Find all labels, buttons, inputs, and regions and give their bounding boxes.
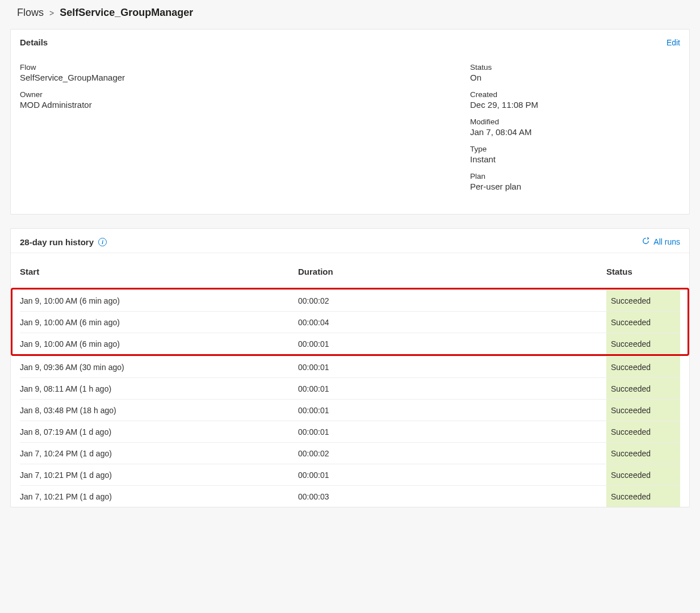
- cell-duration: 00:00:01: [298, 423, 606, 441]
- table-row[interactable]: Jan 9, 10:00 AM (6 min ago) 00:00:04 Suc…: [20, 311, 680, 333]
- run-history-title: 28-day run history: [20, 237, 94, 247]
- cell-start: Jan 8, 03:48 PM (18 h ago): [20, 401, 298, 419]
- cell-status: Succeeded: [606, 333, 680, 354]
- cell-status: Succeeded: [606, 400, 680, 421]
- all-runs-label: All runs: [653, 237, 680, 246]
- table-row[interactable]: Jan 9, 10:00 AM (6 min ago) 00:00:01 Suc…: [20, 333, 680, 354]
- breadcrumb: Flows > SelfService_GroupManager: [10, 7, 690, 19]
- cell-status: Succeeded: [606, 464, 680, 485]
- col-start[interactable]: Start: [20, 267, 298, 276]
- modified-label: Modified: [470, 117, 680, 126]
- created-label: Created: [470, 90, 680, 99]
- cell-start: Jan 7, 10:21 PM (1 d ago): [20, 488, 298, 506]
- table-row[interactable]: Jan 7, 10:21 PM (1 d ago) 00:00:03 Succe…: [20, 485, 680, 507]
- table-row[interactable]: Jan 8, 03:48 PM (18 h ago) 00:00:01 Succ…: [20, 399, 680, 421]
- type-value: Instant: [470, 154, 680, 164]
- info-icon[interactable]: i: [98, 238, 107, 246]
- cell-start: Jan 7, 10:24 PM (1 d ago): [20, 444, 298, 463]
- cell-duration: 00:00:04: [298, 313, 606, 331]
- details-title: Details: [20, 37, 48, 47]
- modified-value: Jan 7, 08:04 AM: [470, 127, 680, 137]
- run-history-header: 28-day run history i All runs: [11, 229, 689, 253]
- table-row[interactable]: Jan 9, 08:11 AM (1 h ago) 00:00:01 Succe…: [20, 377, 680, 399]
- cell-start: Jan 7, 10:21 PM (1 d ago): [20, 466, 298, 484]
- table-row[interactable]: Jan 8, 07:19 AM (1 d ago) 00:00:01 Succe…: [20, 421, 680, 442]
- refresh-icon: [642, 237, 650, 247]
- owner-label: Owner: [20, 90, 470, 99]
- cell-status: Succeeded: [606, 290, 680, 311]
- cell-duration: 00:00:01: [298, 358, 606, 376]
- cell-duration: 00:00:03: [298, 488, 606, 506]
- cell-start: Jan 8, 07:19 AM (1 d ago): [20, 423, 298, 441]
- created-value: Dec 29, 11:08 PM: [470, 100, 680, 110]
- cell-duration: 00:00:01: [298, 335, 606, 353]
- cell-status: Succeeded: [606, 421, 680, 442]
- status-value: On: [470, 73, 680, 82]
- cell-status: Succeeded: [606, 356, 680, 377]
- cell-status: Succeeded: [606, 443, 680, 464]
- edit-link[interactable]: Edit: [667, 38, 680, 47]
- type-label: Type: [470, 145, 680, 153]
- cell-start: Jan 9, 08:11 AM (1 h ago): [20, 380, 298, 398]
- cell-duration: 00:00:01: [298, 380, 606, 398]
- cell-duration: 00:00:02: [298, 444, 606, 463]
- cell-status: Succeeded: [606, 378, 680, 399]
- chevron-right-icon: >: [49, 9, 54, 18]
- table-header: Start Duration Status: [20, 253, 680, 288]
- flow-label: Flow: [20, 63, 470, 72]
- owner-value: MOD Administrator: [20, 100, 470, 110]
- cell-status: Succeeded: [606, 312, 680, 333]
- highlighted-runs: Jan 9, 10:00 AM (6 min ago) 00:00:02 Suc…: [11, 288, 689, 356]
- run-history-table: Start Duration Status Jan 9, 10:00 AM (6…: [11, 253, 689, 507]
- cell-start: Jan 9, 10:00 AM (6 min ago): [20, 335, 298, 353]
- plan-value: Per-user plan: [470, 182, 680, 191]
- cell-start: Jan 9, 10:00 AM (6 min ago): [20, 292, 298, 310]
- table-row[interactable]: Jan 7, 10:21 PM (1 d ago) 00:00:01 Succe…: [20, 464, 680, 485]
- table-row[interactable]: Jan 7, 10:24 PM (1 d ago) 00:00:02 Succe…: [20, 442, 680, 464]
- cell-start: Jan 9, 10:00 AM (6 min ago): [20, 313, 298, 331]
- table-row[interactable]: Jan 9, 10:00 AM (6 min ago) 00:00:02 Suc…: [20, 289, 680, 311]
- cell-duration: 00:00:01: [298, 401, 606, 419]
- cell-start: Jan 9, 09:36 AM (30 min ago): [20, 358, 298, 376]
- col-status[interactable]: Status: [606, 267, 680, 276]
- flow-value: SelfService_GroupManager: [20, 73, 470, 82]
- cell-duration: 00:00:01: [298, 466, 606, 484]
- status-label: Status: [470, 63, 680, 72]
- breadcrumb-current: SelfService_GroupManager: [60, 7, 193, 19]
- col-duration[interactable]: Duration: [298, 267, 606, 276]
- cell-status: Succeeded: [606, 486, 680, 507]
- run-history-panel: 28-day run history i All runs Start Dura…: [10, 228, 690, 507]
- all-runs-link[interactable]: All runs: [642, 237, 680, 247]
- details-header: Details Edit: [11, 30, 689, 53]
- table-row[interactable]: Jan 9, 09:36 AM (30 min ago) 00:00:01 Su…: [20, 356, 680, 377]
- cell-duration: 00:00:02: [298, 292, 606, 310]
- plan-label: Plan: [470, 172, 680, 180]
- details-panel: Details Edit Flow SelfService_GroupManag…: [10, 29, 690, 215]
- breadcrumb-root[interactable]: Flows: [17, 7, 44, 19]
